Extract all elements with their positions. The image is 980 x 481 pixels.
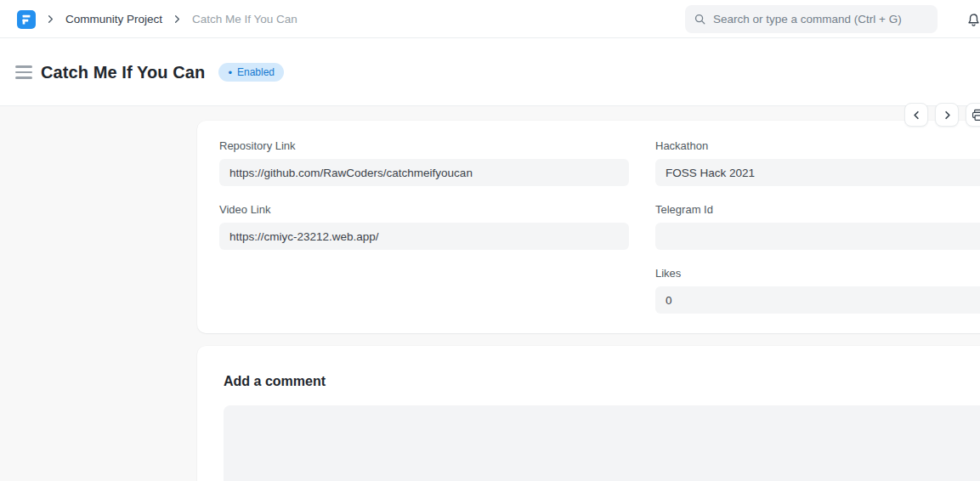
field-label: Video Link xyxy=(219,203,629,216)
global-search[interactable] xyxy=(685,5,938,33)
bell-icon xyxy=(966,12,980,28)
status-badge: • Enabled xyxy=(218,63,284,82)
field-repository-link: Repository Link xyxy=(219,139,629,186)
chevron-left-icon xyxy=(910,109,923,122)
comment-section-card: Add a comment xyxy=(197,346,980,481)
hamburger-icon xyxy=(15,76,32,79)
search-input[interactable] xyxy=(713,13,929,25)
hamburger-icon xyxy=(15,65,32,68)
frappe-logo-glyph xyxy=(18,11,35,28)
print-button[interactable] xyxy=(966,103,980,127)
status-dot: • xyxy=(228,67,232,78)
previous-document-button[interactable] xyxy=(904,103,928,127)
form-section-card: Repository Link Video Link Hackathon Tel… xyxy=(197,121,980,333)
status-badge-label: Enabled xyxy=(237,66,275,78)
field-likes: Likes xyxy=(655,267,980,314)
page-head-title-area: Catch Me If You Can • Enabled xyxy=(15,38,284,106)
sidebar-toggle-button[interactable] xyxy=(15,65,32,79)
telegram-id-input[interactable] xyxy=(655,223,980,250)
page-title: Catch Me If You Can xyxy=(41,63,205,82)
field-label: Likes xyxy=(655,267,980,280)
likes-input[interactable] xyxy=(655,286,980,314)
field-label: Telegram Id xyxy=(655,203,980,216)
navbar: Community Project Catch Me If You Can xyxy=(0,0,980,38)
repository-link-input[interactable] xyxy=(219,159,629,186)
form-column-right: Hackathon Telegram Id Likes xyxy=(655,139,980,331)
printer-icon xyxy=(971,108,980,122)
notifications-button[interactable] xyxy=(962,8,980,31)
search-icon xyxy=(694,13,706,25)
add-comment-heading: Add a comment xyxy=(224,374,326,389)
breadcrumb-item-community-project[interactable]: Community Project xyxy=(65,13,162,25)
form-column-left: Repository Link Video Link xyxy=(219,139,629,267)
video-link-input[interactable] xyxy=(219,223,629,250)
field-label: Repository Link xyxy=(219,139,629,152)
field-label: Hackathon xyxy=(655,139,980,152)
field-hackathon: Hackathon xyxy=(655,139,980,186)
chevron-right-icon xyxy=(44,13,57,25)
comment-input[interactable] xyxy=(224,405,980,481)
chevron-right-icon xyxy=(171,13,184,25)
page-head: Catch Me If You Can • Enabled xyxy=(0,38,980,106)
next-document-button[interactable] xyxy=(935,103,959,127)
field-telegram-id: Telegram Id xyxy=(655,203,980,250)
hamburger-icon xyxy=(15,71,32,74)
breadcrumb-item-current[interactable]: Catch Me If You Can xyxy=(192,13,297,25)
chevron-right-icon xyxy=(941,109,954,122)
breadcrumb: Community Project Catch Me If You Can xyxy=(17,0,297,38)
field-video-link: Video Link xyxy=(219,203,629,250)
hackathon-input[interactable] xyxy=(655,159,980,186)
frappe-logo[interactable] xyxy=(17,10,36,29)
